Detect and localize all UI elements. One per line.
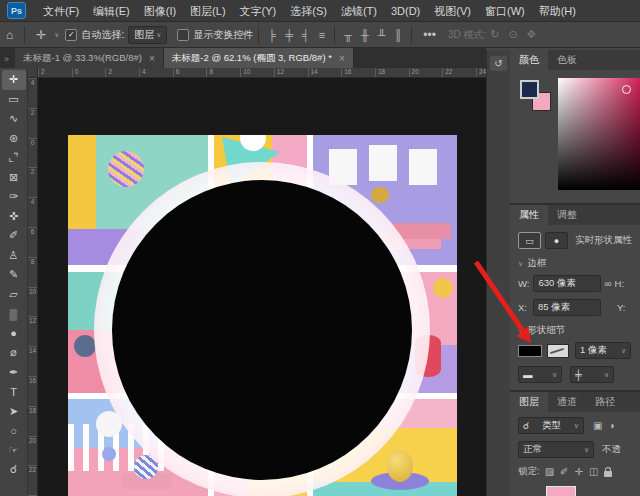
tool-button[interactable]: ⊛ (2, 129, 26, 149)
menu-item[interactable]: 编辑(E) (86, 0, 137, 22)
ellipse-shape-layer[interactable] (112, 180, 412, 480)
tool-button[interactable]: ➤ (2, 402, 26, 422)
ruler-origin-corner[interactable] (28, 68, 38, 78)
auto-select-target-dropdown[interactable]: 图层 ∨ (128, 26, 167, 44)
menu-item[interactable]: 图像(I) (137, 0, 183, 22)
vertical-ruler[interactable]: 42024681012141618202224 (28, 78, 38, 496)
layer-filter-dropdown[interactable]: ☌ 类型 ∨ (518, 417, 584, 434)
tool-button[interactable]: ○ (2, 421, 26, 441)
x-input[interactable]: 85 像素 (533, 299, 601, 316)
width-input[interactable]: 630 像素 (533, 275, 601, 292)
tab-swatches[interactable]: 色板 (548, 50, 586, 70)
foreground-color-swatch[interactable] (520, 80, 539, 99)
tool-button[interactable]: ⊠ (2, 168, 26, 188)
x-label: X: (518, 302, 527, 313)
align-icon[interactable]: ╨ (374, 29, 390, 41)
align-icon[interactable]: ║ (391, 29, 407, 41)
lock-option-icon[interactable]: ✛ (571, 466, 585, 477)
menu-item[interactable]: 选择(S) (283, 0, 334, 22)
align-icon[interactable]: ╡ (298, 29, 314, 41)
link-dimensions-icon[interactable]: ∞ (601, 278, 614, 289)
tool-button[interactable]: ✒ (2, 363, 26, 383)
tool-button[interactable]: ✑ (2, 187, 26, 207)
stroke-align-dropdown[interactable]: ╪ ∨ (570, 366, 614, 383)
blend-mode-dropdown[interactable]: 正常 ∨ (518, 441, 594, 458)
lock-all-icon[interactable] (604, 471, 612, 477)
menu-item[interactable]: 3D(D) (384, 0, 427, 22)
document-tab[interactable]: 未标题-2 @ 62.1% (椭圆 3, RGB/8#) * × (164, 48, 354, 68)
tool-button[interactable]: ☞ (2, 441, 26, 461)
fill-color-swatch[interactable] (518, 345, 542, 357)
tab-layers[interactable]: 图层 (510, 392, 548, 412)
close-icon[interactable]: × (339, 53, 345, 64)
tab-color[interactable]: 颜色 (510, 50, 548, 70)
ruler-tick-label: 2 (28, 108, 37, 138)
menu-item[interactable]: 窗口(W) (478, 0, 532, 22)
canvas-artwork[interactable] (68, 135, 457, 496)
menu-item[interactable]: 视图(V) (427, 0, 478, 22)
align-icon[interactable]: ╪ (281, 29, 297, 41)
tab-paths[interactable]: 路径 (586, 392, 624, 412)
tab-adjustments[interactable]: 调整 (548, 205, 586, 225)
history-panel-icon[interactable]: ↺ (490, 56, 507, 71)
horizontal-ruler[interactable]: 20246810121416182022242628 (38, 68, 486, 78)
tool-button[interactable]: ⌞⌝ (2, 148, 26, 168)
tool-button[interactable]: ▒ (2, 304, 26, 324)
mode3d-icon[interactable]: ↻ (486, 28, 503, 41)
show-transform-checkbox[interactable] (177, 29, 189, 41)
canvas-pasteboard[interactable] (38, 78, 486, 496)
stroke-color-swatch[interactable] (547, 344, 569, 358)
layer-thumbnail[interactable] (546, 486, 576, 496)
color-picker-marker[interactable] (622, 85, 631, 94)
tool-button[interactable]: ▱ (2, 285, 26, 305)
menu-item[interactable]: 帮助(H) (532, 0, 583, 22)
mode3d-icon[interactable]: ✥ (523, 28, 540, 41)
tool-button[interactable]: ✜ (2, 207, 26, 227)
layer-filter-icon[interactable]: ◑ (605, 420, 617, 431)
align-icon[interactable]: ≡ (315, 29, 329, 41)
align-icon[interactable]: ╫ (357, 29, 373, 41)
tool-button[interactable]: ∿ (2, 109, 26, 129)
tab-properties[interactable]: 属性 (510, 205, 548, 225)
stroke-align-icon: ╪ (575, 369, 582, 380)
tool-button[interactable]: ♙ (2, 246, 26, 266)
tool-button[interactable]: ☌ (2, 460, 26, 480)
lock-option-icon[interactable]: ◫ (586, 466, 601, 477)
ruler-tick-label: 0 (72, 68, 106, 77)
tool-button[interactable]: ✎ (2, 265, 26, 285)
stroke-style-dropdown[interactable]: ▬ ∨ (518, 366, 562, 383)
tool-button[interactable]: ✐ (2, 226, 26, 246)
lock-option-icon[interactable]: ✐ (557, 466, 571, 477)
layer-filter-icon[interactable]: ▣ (590, 420, 605, 431)
toolbar-collapse-icon[interactable]: » (0, 54, 15, 68)
tool-button[interactable]: ✛ (2, 70, 26, 90)
stroke-width-input[interactable]: 1 像素 ∨ (575, 342, 631, 359)
section-collapse-icon[interactable]: ∨ (518, 260, 523, 268)
tool-button[interactable]: ▭ (2, 90, 26, 110)
mode3d-icon[interactable]: ⊙ (505, 28, 522, 41)
ruler-tick-label: 12 (28, 316, 37, 346)
move-tool-preset-icon[interactable]: ✛ (30, 28, 52, 42)
home-icon[interactable]: ⌂ (0, 28, 19, 42)
close-icon[interactable]: × (149, 53, 155, 64)
chevron-down-icon[interactable]: ∨ (54, 31, 59, 39)
tab-channels[interactable]: 通道 (548, 392, 586, 412)
menu-item[interactable]: 文字(Y) (233, 0, 284, 22)
lock-option-icon[interactable]: ▨ (542, 466, 557, 477)
ellipse-properties-icon[interactable]: ● (545, 232, 568, 249)
menu-item[interactable]: 文件(F) (36, 0, 86, 22)
align-icon[interactable]: ╥ (340, 29, 356, 41)
auto-select-checkbox[interactable]: ✓ (65, 29, 77, 41)
color-gradient-field[interactable] (558, 78, 640, 190)
tool-button[interactable]: ⌀ (2, 343, 26, 363)
tool-button[interactable]: T (2, 382, 26, 402)
document-tab[interactable]: 未标题-1 @ 33.3%(RGB/8#) × (15, 48, 164, 68)
menu-item[interactable]: 图层(L) (183, 0, 232, 22)
menu-item[interactable]: 滤镜(T) (334, 0, 384, 22)
more-options-icon[interactable]: ••• (417, 28, 442, 42)
rectangle-properties-icon[interactable]: ▭ (518, 232, 541, 249)
section-collapse-icon[interactable]: ∨ (518, 327, 523, 335)
tool-button[interactable]: ● (2, 324, 26, 344)
align-icon[interactable]: ╞ (264, 29, 280, 41)
ruler-tick-label: 18 (28, 406, 37, 436)
